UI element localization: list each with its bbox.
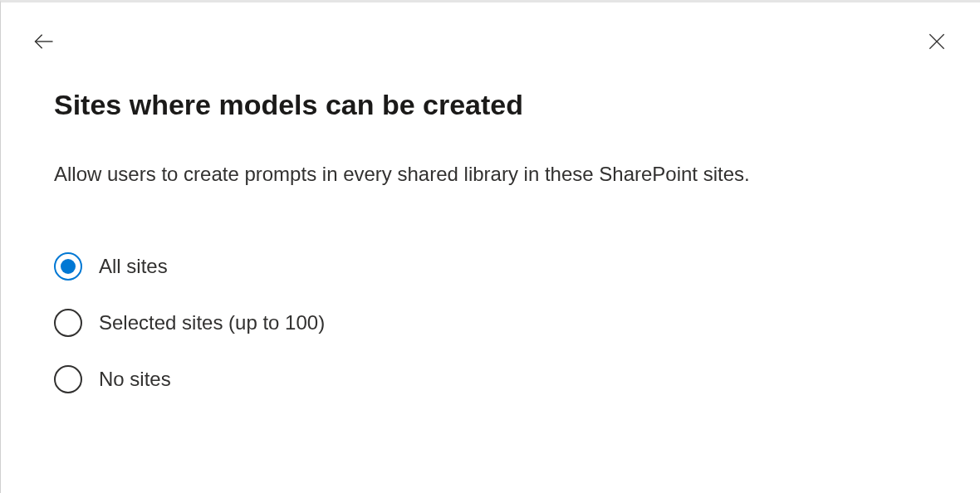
radio-dot-icon	[61, 259, 76, 274]
arrow-left-icon	[32, 30, 56, 56]
radio-label: All sites	[99, 255, 168, 278]
radio-indicator	[54, 309, 82, 337]
radio-option-no-sites[interactable]: No sites	[54, 365, 927, 393]
radio-indicator	[54, 365, 82, 393]
radio-indicator	[54, 252, 82, 281]
page-title: Sites where models can be created	[54, 89, 927, 121]
back-button[interactable]	[31, 29, 57, 56]
radio-label: No sites	[99, 368, 171, 391]
radio-option-selected-sites[interactable]: Selected sites (up to 100)	[54, 309, 927, 337]
close-button[interactable]	[924, 29, 950, 56]
close-icon	[926, 31, 948, 55]
radio-label: Selected sites (up to 100)	[99, 311, 325, 334]
page-description: Allow users to create prompts in every s…	[54, 163, 927, 186]
sites-radio-group: All sites Selected sites (up to 100) No …	[54, 252, 927, 393]
radio-option-all-sites[interactable]: All sites	[54, 252, 927, 281]
